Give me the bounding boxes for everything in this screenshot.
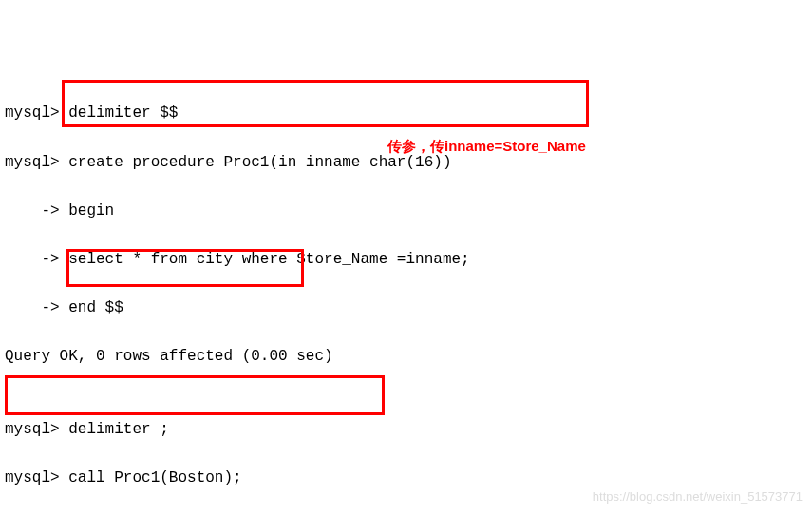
terminal-line-4: -> select * from city where Store_Name =… (5, 248, 807, 273)
terminal-line-6: Query OK, 0 rows affected (0.00 sec) (5, 345, 807, 370)
annotation-text: 传参，传inname=Store_Name (387, 135, 586, 158)
highlight-box-result-row (5, 375, 385, 415)
terminal-line-8: mysql> delimiter ; (5, 418, 807, 443)
terminal-line-5: -> end $$ (5, 296, 807, 321)
terminal-line-1: mysql> delimiter $$ (5, 102, 807, 126)
terminal-line-3: -> begin (5, 200, 807, 224)
watermark-text: https://blog.csdn.net/weixin_51573771 (593, 487, 803, 507)
